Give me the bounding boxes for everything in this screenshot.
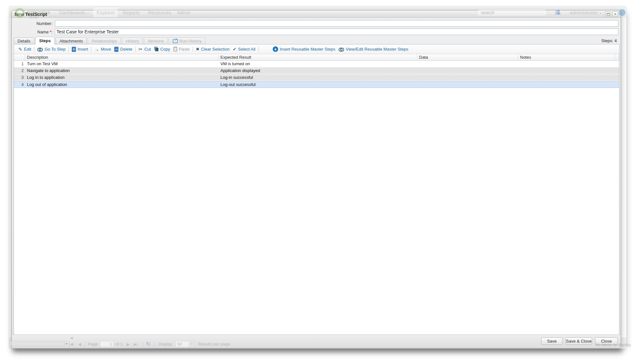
name-label: Name *:	[12, 29, 53, 35]
delete-button[interactable]: −Delete	[113, 47, 134, 52]
name-input[interactable]	[55, 29, 618, 35]
delete-page-icon: −	[114, 47, 118, 52]
column-header-data[interactable]: Data	[417, 54, 518, 60]
dialog-title: New TestScript	[15, 12, 47, 17]
number-input[interactable]	[55, 20, 618, 27]
clear-selection-button[interactable]: ✖Clear Selection	[194, 47, 231, 52]
checkmark-icon: ✔	[233, 47, 236, 52]
row-number-column-header	[14, 54, 25, 60]
column-header-description[interactable]: Description	[25, 54, 219, 60]
column-header-notes[interactable]: Notes	[518, 54, 615, 60]
cell-data	[417, 81, 518, 88]
table-row-1[interactable]: 1 Turn on Test VM VM is turned on	[14, 61, 619, 67]
tab-versions: Versions	[144, 37, 168, 44]
tab-run-history: Run History	[169, 37, 205, 44]
window-buttons: ×	[605, 11, 618, 17]
steps-panel: ✎Edit Go To Step +Insert →Move −Delete ✂…	[14, 44, 619, 335]
tab-relationships: Relationships	[88, 37, 121, 44]
grid-header: Description Expected Result Data Notes	[14, 54, 619, 61]
toolbar-separator	[91, 47, 91, 52]
edit-pencil-icon: ✎	[19, 47, 22, 52]
run-history-icon	[173, 39, 178, 43]
cell-notes	[518, 61, 615, 67]
close-icon: ×	[614, 12, 616, 16]
dialog-footer: Save Save & Close Close	[12, 334, 621, 348]
cell-expected-result: Log-out successful	[219, 81, 417, 88]
steps-toolbar: ✎Edit Go To Step +Insert →Move −Delete ✂…	[14, 44, 619, 54]
select-all-button[interactable]: ✔Select All	[231, 47, 257, 52]
cell-notes	[518, 74, 615, 81]
row-number: 1	[14, 61, 25, 67]
cut-button[interactable]: ✂Cut	[137, 46, 153, 52]
cell-expected-result: Application displayed	[219, 67, 417, 74]
insert-reusable-master-steps-button[interactable]: +Insert Reusable Master Steps	[271, 46, 337, 52]
column-header-expected-result[interactable]: Expected Result	[219, 54, 417, 60]
cell-data	[417, 74, 518, 81]
cell-data	[417, 67, 518, 74]
maximize-icon	[607, 13, 610, 16]
insert-button[interactable]: +Insert	[70, 47, 90, 52]
toolbar-separator	[68, 47, 69, 52]
new-testscript-dialog: New TestScript × Number: Name *: Details…	[11, 10, 621, 348]
tab-details[interactable]: Details	[14, 37, 34, 44]
tab-history: History	[122, 37, 143, 44]
copy-icon	[154, 47, 159, 52]
cell-spacer	[615, 81, 619, 88]
view-edit-reusable-master-steps-button[interactable]: View/Edit Reusable Master Steps	[337, 47, 410, 52]
table-row-2[interactable]: 2 Navigate to application Application di…	[14, 67, 619, 74]
number-label: Number:	[12, 20, 53, 27]
maximize-button[interactable]	[605, 11, 611, 17]
cell-description: Navigate to application	[25, 67, 219, 74]
paste-clipboard-icon	[173, 47, 177, 52]
cell-expected-result: VM is turned on	[219, 61, 417, 67]
toolbar-separator	[258, 47, 259, 52]
screenshot-canvas: New TestScript × Number: Name *: Details…	[0, 0, 634, 364]
plus-circle-icon: +	[273, 46, 278, 52]
copy-button[interactable]: Copy	[153, 47, 172, 52]
row-number: 3	[14, 74, 25, 81]
column-header-spacer	[615, 54, 619, 60]
tab-steps[interactable]: Steps	[35, 37, 55, 44]
save-button[interactable]: Save	[541, 337, 563, 345]
close-dialog-button[interactable]: Close	[595, 337, 618, 345]
toolbar-separator	[34, 47, 34, 52]
steps-count-label: Steps: 4	[601, 38, 617, 43]
cell-spacer	[615, 67, 619, 74]
cell-spacer	[615, 74, 619, 81]
paste-button: Paste	[172, 47, 191, 52]
insert-page-icon: +	[72, 47, 76, 52]
toolbar-separator	[135, 47, 136, 52]
cell-notes	[518, 67, 615, 74]
cell-expected-result: Log-in successful	[219, 74, 417, 81]
close-button[interactable]: ×	[612, 11, 618, 17]
dialog-tabstrip: Details Steps Attachments Relationships …	[14, 37, 205, 44]
cell-data	[417, 61, 518, 67]
binoculars-icon	[339, 48, 344, 51]
cell-description: Log out of application	[25, 81, 219, 88]
toolbar-separator	[193, 47, 193, 52]
cell-spacer	[615, 61, 619, 67]
cell-description: Turn on Test VM	[25, 61, 219, 67]
scissors-icon: ✂	[139, 46, 143, 52]
row-number: 2	[14, 67, 25, 74]
row-number: 4	[14, 81, 25, 88]
dialog-footer-buttons: Save Save & Close Close	[541, 337, 618, 345]
tab-attachments[interactable]: Attachments	[56, 37, 87, 44]
dialog-titlebar[interactable]: New TestScript ×	[12, 10, 621, 18]
move-arrow-icon: →	[94, 46, 99, 52]
binoculars-icon	[37, 48, 43, 51]
app-window: New TestScript × Number: Name *: Details…	[9, 6, 627, 349]
cell-description: Log in to application	[25, 74, 219, 81]
table-row-4-selected[interactable]: 4 Log out of application Log-out success…	[14, 81, 619, 88]
go-to-step-button[interactable]: Go To Step	[36, 47, 67, 52]
move-button[interactable]: →Move	[93, 46, 113, 52]
edit-button[interactable]: ✎Edit	[17, 47, 33, 52]
save-and-close-button[interactable]: Save & Close	[566, 337, 592, 345]
table-row-3[interactable]: 3 Log in to application Log-in successfu…	[14, 74, 619, 81]
cell-notes	[518, 81, 615, 88]
clear-x-icon: ✖	[196, 47, 199, 52]
